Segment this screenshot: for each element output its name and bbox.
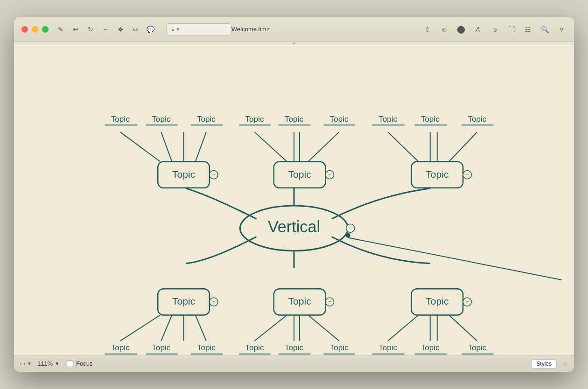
search-bar[interactable]: ▲▼ bbox=[166, 23, 231, 35]
svg-text:−: − bbox=[466, 172, 469, 178]
svg-text:−: − bbox=[212, 299, 216, 305]
bottom-right: Styles ☆ bbox=[531, 359, 568, 368]
mindmap-svg: .line { stroke: #1a5c5c; fill: none; } .… bbox=[14, 45, 574, 355]
canvas[interactable]: .line { stroke: #1a5c5c; fill: none; } .… bbox=[14, 45, 574, 355]
star-icon[interactable]: ☆ bbox=[562, 360, 568, 368]
svg-text:Topic: Topic bbox=[197, 115, 216, 124]
toolbar-right: ⇧ ☺ ⬤ A ☺ ⛶ ☷ 🔍 ▿ bbox=[423, 25, 567, 34]
svg-line-39 bbox=[196, 315, 206, 340]
undo-icon[interactable]: ↩ bbox=[71, 25, 80, 34]
svg-text:Topic: Topic bbox=[288, 169, 311, 180]
svg-text:Topic: Topic bbox=[288, 296, 311, 306]
face-icon[interactable]: ☺ bbox=[440, 25, 449, 34]
svg-text:Topic: Topic bbox=[285, 115, 303, 124]
svg-text:Topic: Topic bbox=[421, 115, 440, 124]
svg-point-4 bbox=[346, 233, 350, 237]
svg-line-36 bbox=[120, 315, 161, 340]
font-icon[interactable]: A bbox=[473, 25, 483, 34]
svg-text:−: − bbox=[212, 172, 216, 178]
bottombar: ▭ ▼ 111% ▼ Focus Styles ☆ bbox=[14, 355, 574, 372]
toolbar-left: ✎ ↩ ↻ ← ❖ ⇔ 💬 bbox=[56, 25, 155, 34]
focus-text: Focus bbox=[76, 360, 92, 367]
fullscreen-button[interactable] bbox=[42, 26, 49, 33]
filter-icon[interactable]: ▿ bbox=[557, 25, 567, 34]
svg-text:Topic: Topic bbox=[330, 343, 349, 352]
svg-line-28 bbox=[388, 132, 418, 161]
svg-text:Topic: Topic bbox=[152, 115, 170, 124]
minimize-button[interactable] bbox=[32, 26, 38, 33]
svg-text:Topic: Topic bbox=[111, 115, 130, 124]
titlebar: ✎ ↩ ↻ ← ❖ ⇔ 💬 ▲▼ Welcome.itmz ⇧ ☺ ⬤ A ☺ … bbox=[14, 17, 574, 42]
sidebar-icon: ▭ bbox=[20, 360, 25, 367]
svg-text:Topic: Topic bbox=[468, 343, 486, 352]
svg-text:Topic: Topic bbox=[426, 296, 448, 306]
svg-text:Topic: Topic bbox=[378, 343, 397, 352]
merge-icon[interactable]: ⇔ bbox=[131, 25, 140, 34]
emoji-icon[interactable]: ☺ bbox=[490, 25, 499, 34]
svg-text:Topic: Topic bbox=[111, 343, 130, 352]
svg-text:Topic: Topic bbox=[245, 115, 264, 124]
svg-line-37 bbox=[161, 315, 172, 340]
svg-line-12 bbox=[120, 132, 161, 161]
zoom-value: 111% bbox=[37, 360, 53, 367]
svg-text:−: − bbox=[328, 299, 331, 305]
svg-text:−: − bbox=[466, 299, 469, 305]
grid-icon[interactable]: ☷ bbox=[524, 25, 533, 34]
svg-line-7 bbox=[348, 237, 562, 280]
focus-label: Focus bbox=[67, 360, 92, 367]
svg-text:Topic: Topic bbox=[152, 343, 170, 352]
svg-line-20 bbox=[254, 132, 287, 161]
svg-text:−: − bbox=[328, 172, 331, 178]
svg-line-47 bbox=[308, 315, 339, 340]
app-window: ✎ ↩ ↻ ← ❖ ⇔ 💬 ▲▼ Welcome.itmz ⇧ ☺ ⬤ A ☺ … bbox=[14, 17, 574, 372]
comment-icon[interactable]: 💬 bbox=[146, 25, 155, 34]
traffic-lights bbox=[21, 26, 49, 33]
svg-text:Topic: Topic bbox=[172, 169, 195, 180]
window-title: Welcome.itmz bbox=[231, 26, 269, 33]
svg-text:Topic: Topic bbox=[245, 343, 264, 352]
svg-text:Topic: Topic bbox=[468, 115, 486, 124]
sidebar-toggle[interactable]: ▭ ▼ bbox=[20, 360, 32, 367]
focus-checkbox[interactable] bbox=[67, 361, 73, 367]
svg-line-31 bbox=[449, 132, 477, 161]
svg-text:Topic: Topic bbox=[378, 115, 397, 124]
sidebar-chevron: ▼ bbox=[27, 361, 32, 366]
svg-text:−: − bbox=[349, 225, 352, 231]
share-icon[interactable]: ⇧ bbox=[423, 25, 432, 34]
zoom-control[interactable]: 111% ▼ bbox=[37, 360, 59, 367]
svg-text:Topic: Topic bbox=[197, 343, 216, 352]
svg-text:Topic: Topic bbox=[426, 169, 448, 180]
zoom-chevron: ▼ bbox=[55, 361, 59, 366]
color-icon[interactable]: ⬤ bbox=[456, 25, 466, 34]
svg-text:Topic: Topic bbox=[285, 343, 303, 352]
search-icon[interactable]: 🔍 bbox=[540, 25, 550, 34]
close-button[interactable] bbox=[21, 26, 28, 33]
svg-line-15 bbox=[196, 132, 206, 161]
scroll-dot bbox=[293, 42, 295, 44]
svg-line-44 bbox=[254, 315, 287, 340]
redo-icon[interactable]: ↻ bbox=[86, 25, 95, 34]
svg-text:Vertical: Vertical bbox=[268, 218, 320, 236]
new-file-icon[interactable]: ✎ bbox=[56, 25, 65, 34]
svg-line-23 bbox=[308, 132, 339, 161]
scroll-indicator bbox=[14, 42, 574, 45]
svg-text:Topic: Topic bbox=[330, 115, 349, 124]
svg-line-52 bbox=[388, 315, 418, 340]
image-icon[interactable]: ⛶ bbox=[507, 25, 516, 34]
styles-button[interactable]: Styles bbox=[531, 359, 557, 368]
back-icon[interactable]: ← bbox=[101, 25, 110, 34]
svg-line-55 bbox=[449, 315, 477, 340]
svg-line-13 bbox=[161, 132, 172, 161]
svg-text:Topic: Topic bbox=[421, 343, 440, 352]
branch-icon[interactable]: ❖ bbox=[116, 25, 125, 34]
svg-text:Topic: Topic bbox=[172, 296, 195, 306]
